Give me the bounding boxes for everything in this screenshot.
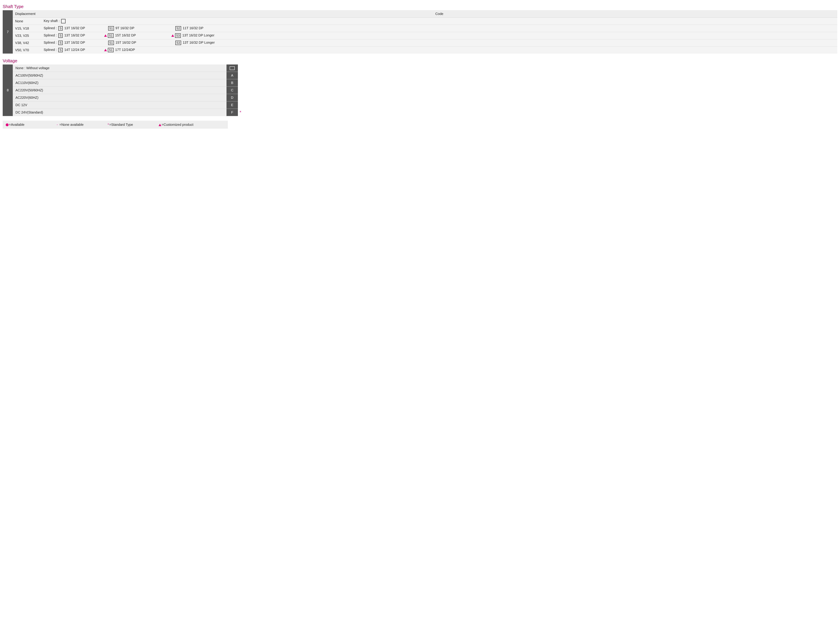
- code-prefix: Splined :: [44, 26, 58, 30]
- voltage-code: E: [226, 101, 238, 109]
- code-box: S1: [108, 41, 114, 45]
- code-suffix: 13T 16/32 DP: [63, 33, 85, 37]
- code-cell: S3 13T 16/32 DP Longer: [172, 39, 837, 46]
- code-cell: Splined : S 13T 16/32 DP: [41, 32, 105, 39]
- displacement-cell: V50, V70: [13, 47, 41, 54]
- code-box: S: [58, 33, 63, 38]
- code-box: S: [58, 26, 63, 31]
- voltage-section-number: 8: [3, 65, 13, 116]
- code-cell: Splined : S 13T 16/32 DP: [41, 39, 105, 46]
- voltage-code: A: [226, 72, 238, 79]
- code-cell: S1 15T 16/32 DP: [105, 32, 172, 39]
- code-suffix: 13T 16/32 DP: [63, 26, 85, 30]
- table-row: None : Without voltage: [13, 65, 238, 72]
- code-box: S1: [108, 26, 114, 31]
- table-row: DC 24V(Standard)F: [13, 109, 238, 116]
- voltage-wrap: 8 None : Without voltageAC100V(50/60HZ)A…: [3, 65, 837, 116]
- code-cell: [105, 20, 172, 22]
- voltage-label: DC 24V(Standard): [13, 109, 226, 116]
- code-suffix: 14T 12/24 DP: [63, 48, 85, 52]
- shaft-table: 7 Displacement Code NoneKey shaft : V15,…: [3, 10, 837, 54]
- voltage-title: Voltage: [3, 58, 837, 63]
- table-row: NoneKey shaft :: [13, 17, 837, 25]
- code-cell: S3 13T 16/32 DP Longer: [172, 32, 837, 39]
- code-suffix: 9T 16/32 DP: [115, 26, 134, 30]
- code-box: S: [58, 41, 63, 45]
- code-box: S2: [175, 26, 181, 31]
- dash-icon: -: [57, 123, 58, 126]
- voltage-code: F: [226, 109, 238, 116]
- table-row: V15, V18Splined : S 13T 16/32 DPS1 9T 16…: [13, 25, 837, 32]
- code-box: S3: [175, 33, 181, 38]
- standard-star-icon: *: [240, 110, 241, 115]
- legend-available: =Available: [6, 123, 57, 127]
- voltage-label: AC110V(60HZ): [13, 79, 226, 87]
- displacement-cell: V15, V18: [13, 25, 41, 32]
- triangle-icon: [171, 35, 174, 37]
- code-cell: [172, 49, 837, 51]
- voltage-section: Voltage 8 None : Without voltageAC100V(5…: [3, 58, 837, 116]
- voltage-code: [226, 65, 238, 72]
- voltage-star-column: *: [238, 65, 243, 116]
- triangle-icon: [104, 35, 107, 37]
- code-box: S1: [108, 48, 114, 52]
- code-cell: Splined : S 14T 12/24 DP: [41, 47, 105, 54]
- code-suffix: 13T 16/32 DP: [63, 41, 85, 44]
- code-suffix: 13T 16/32 DP Longer: [182, 33, 215, 37]
- legend-none: - =None available: [57, 123, 107, 127]
- displacement-cell: V23, V25: [13, 32, 41, 39]
- code-prefix: Key shaft :: [44, 19, 60, 23]
- code-prefix: Splined :: [44, 41, 58, 44]
- table-row: AC220V(50/60HZ)C: [13, 87, 238, 94]
- voltage-label: AC100V(50/60HZ): [13, 72, 226, 79]
- shaft-table-body: Displacement Code NoneKey shaft : V15, V…: [13, 10, 837, 54]
- voltage-label: AC220V(60HZ): [13, 94, 226, 101]
- triangle-icon: [104, 49, 107, 51]
- legend-standard-text: =Standard Type: [109, 123, 133, 126]
- code-cell: S1 9T 16/32 DP: [105, 25, 172, 32]
- code-box: [61, 19, 66, 23]
- table-row: AC220V(60HZ)D: [13, 94, 238, 101]
- displacement-cell: None: [13, 18, 41, 25]
- code-suffix: 17T 12/24DP: [114, 48, 135, 52]
- shaft-title: Shaft Type: [3, 4, 837, 9]
- legend-available-text: =Available: [9, 123, 24, 126]
- code-cell: S1 15T 16/32 DP: [105, 39, 172, 46]
- code-cell: S1 17T 12/24DP: [105, 47, 172, 54]
- header-displacement: Displacement: [13, 10, 41, 17]
- voltage-label: AC220V(50/60HZ): [13, 87, 226, 94]
- table-row: DC 12VE: [13, 101, 238, 109]
- code-prefix: Splined :: [44, 48, 58, 52]
- code-box: S3: [175, 41, 181, 45]
- legend-standard: *=Standard Type: [108, 123, 159, 127]
- shaft-type-section: Shaft Type 7 Displacement Code NoneKey s…: [3, 4, 837, 54]
- legend-custom-text: =Customized product: [162, 123, 194, 126]
- code-suffix: 15T 16/32 DP: [115, 41, 136, 44]
- circle-icon: [6, 123, 9, 126]
- legend-none-text: =None available: [58, 123, 84, 126]
- code-suffix: 11T 16/32 DP: [182, 26, 204, 30]
- code-suffix: 13T 16/32 DP Longer: [182, 41, 215, 44]
- code-cell: Key shaft :: [41, 17, 105, 25]
- voltage-label: DC 12V: [13, 101, 226, 109]
- voltage-table: 8 None : Without voltageAC100V(50/60HZ)A…: [3, 65, 238, 116]
- legend-custom: =Customized product: [159, 123, 225, 127]
- voltage-code: D: [226, 94, 238, 101]
- table-row: AC110V(60HZ)B: [13, 79, 238, 87]
- voltage-code: C: [226, 87, 238, 94]
- voltage-label: None : Without voltage: [13, 65, 226, 72]
- shaft-header-row: Displacement Code: [13, 10, 837, 17]
- code-box: S1: [108, 33, 114, 38]
- code-box: S: [58, 48, 63, 52]
- table-row: AC100V(50/60HZ)A: [13, 72, 238, 79]
- code-cell: [172, 20, 837, 22]
- table-row: V50, V70Splined : S 14T 12/24 DPS1 17T 1…: [13, 47, 837, 54]
- code-suffix: 15T 16/32 DP: [114, 33, 136, 37]
- voltage-table-body: None : Without voltageAC100V(50/60HZ)AAC…: [13, 65, 238, 116]
- triangle-icon: [159, 124, 161, 126]
- code-cell: S2 11T 16/32 DP: [172, 25, 837, 32]
- empty-code-box: [230, 66, 235, 70]
- legend: =Available - =None available *=Standard …: [3, 121, 228, 129]
- voltage-code: B: [226, 79, 238, 87]
- code-prefix: Splined :: [44, 33, 58, 37]
